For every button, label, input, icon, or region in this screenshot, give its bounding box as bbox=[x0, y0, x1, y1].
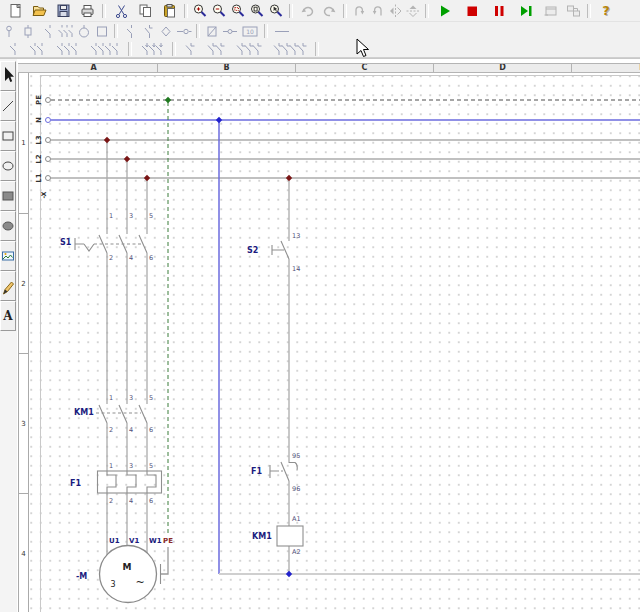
text-tool-button[interactable]: A bbox=[0, 301, 16, 331]
io-device-tool-button[interactable]: 10 bbox=[239, 22, 261, 40]
no-contact-2p-button[interactable] bbox=[23, 40, 50, 58]
contact-group-tool-button[interactable] bbox=[57, 22, 75, 40]
f1-terminal: 2 bbox=[109, 497, 113, 505]
l1-rail-label: L1 bbox=[35, 173, 43, 182]
nc-contact-2p-button[interactable] bbox=[201, 40, 230, 58]
run-button[interactable] bbox=[432, 2, 459, 20]
zoom-sheet-button[interactable] bbox=[248, 2, 267, 20]
zoom-in-button[interactable] bbox=[191, 2, 210, 20]
power-rails[interactable]: PE N L3 L2 L1 -X bbox=[35, 95, 640, 199]
power-branch-wires[interactable] bbox=[107, 140, 147, 471]
contact-group-3p-button[interactable] bbox=[135, 40, 169, 58]
component-km1-contacts[interactable]: KM1 1 3 5 2 4 6 bbox=[74, 394, 153, 434]
toolbar-separator bbox=[102, 4, 106, 18]
pe-junction bbox=[165, 97, 171, 103]
row-header-1: 1 bbox=[19, 73, 28, 214]
f1-terminal: 1 bbox=[109, 462, 113, 470]
component-s2-button[interactable]: S2 13 14 bbox=[247, 232, 300, 273]
rectangle-tool-button[interactable] bbox=[0, 121, 16, 151]
f1-nc-tag: F1 bbox=[251, 467, 262, 476]
cut-button[interactable] bbox=[109, 2, 133, 20]
open-button[interactable] bbox=[27, 2, 51, 20]
motor-terminal-w1: W1 bbox=[149, 537, 162, 545]
wires[interactable] bbox=[107, 140, 289, 574]
component-km1-coil[interactable]: KM1 A1 A2 bbox=[252, 515, 303, 556]
motor-terminal-v1: V1 bbox=[129, 537, 139, 545]
f1-nc-terminal: 95 bbox=[292, 452, 300, 460]
f1-nc-hook bbox=[289, 463, 297, 471]
nc-contact-1p-button[interactable] bbox=[179, 40, 201, 58]
rotate-left-button[interactable] bbox=[350, 2, 368, 20]
undo-button[interactable] bbox=[296, 2, 318, 20]
probe-tool-button[interactable] bbox=[3, 22, 21, 40]
motor-tool-button[interactable] bbox=[75, 22, 93, 40]
f1-overload-tag: F1 bbox=[70, 479, 81, 488]
line-tool-button[interactable] bbox=[0, 91, 16, 121]
pe-motor-wire[interactable] bbox=[161, 547, 168, 574]
component-f1-overload[interactable]: F1 1 3 5 2 4 6 bbox=[70, 462, 162, 505]
km1-contacts-tag: KM1 bbox=[74, 408, 94, 417]
new-button[interactable] bbox=[3, 2, 27, 20]
neutral-junction bbox=[216, 117, 222, 123]
ellipse-tool-button[interactable] bbox=[0, 151, 16, 181]
no-contact-1p-button[interactable] bbox=[3, 40, 23, 58]
component-box-tool-button[interactable] bbox=[93, 22, 111, 40]
control-tap-junction bbox=[286, 175, 292, 181]
sim-panel-button[interactable] bbox=[562, 2, 584, 20]
motor-terminal-u1: U1 bbox=[109, 537, 120, 545]
redo-button[interactable] bbox=[318, 2, 340, 20]
s2-terminal: 13 bbox=[292, 232, 300, 240]
filled-rectangle-tool-button[interactable] bbox=[0, 181, 16, 211]
s1-actuator bbox=[75, 238, 94, 251]
flip-horizontal-button[interactable] bbox=[404, 2, 422, 20]
help-button[interactable]: ? bbox=[594, 2, 618, 20]
zoom-out-button[interactable] bbox=[210, 2, 229, 20]
nc-contact-3p-button[interactable] bbox=[230, 40, 267, 58]
sim-window-button[interactable] bbox=[540, 2, 562, 20]
nc-contact-4p-button[interactable] bbox=[267, 40, 312, 58]
row-header-2: 2 bbox=[19, 214, 28, 354]
l2-rail-label: L2 bbox=[35, 154, 43, 163]
f1-terminal: 5 bbox=[149, 462, 153, 470]
component-f1-nc-contact[interactable]: F1 95 96 bbox=[251, 452, 300, 493]
toolbar-separator bbox=[289, 4, 293, 18]
line-tool-button[interactable] bbox=[271, 22, 293, 40]
node-tool-button[interactable] bbox=[157, 22, 175, 40]
step-button[interactable] bbox=[513, 2, 540, 20]
no-contact-3p-button[interactable] bbox=[50, 40, 84, 58]
s1-tag: S1 bbox=[60, 238, 72, 247]
toolbar-separator bbox=[196, 24, 200, 38]
zoom-window-button[interactable] bbox=[229, 2, 248, 20]
component-motor[interactable]: M 3 ~ -M U1 V1 W1 PE bbox=[76, 537, 173, 603]
pause-button[interactable] bbox=[486, 2, 513, 20]
schematic-drawing: PE N L3 L2 L1 -X bbox=[30, 73, 640, 612]
relay-box-tool-button[interactable] bbox=[203, 22, 221, 40]
terminal-tool-button[interactable] bbox=[221, 22, 239, 40]
connector-tool-button[interactable] bbox=[175, 22, 193, 40]
schematic-canvas[interactable]: PE N L3 L2 L1 -X bbox=[30, 73, 640, 612]
rotate-right-button[interactable] bbox=[368, 2, 386, 20]
paste-button[interactable] bbox=[157, 2, 181, 20]
toolbar-separator bbox=[343, 4, 347, 18]
s2-terminal: 14 bbox=[292, 265, 300, 273]
zoom-pointer-button[interactable] bbox=[267, 2, 286, 20]
s1-terminal: 6 bbox=[149, 254, 153, 262]
neutral-rail-origin bbox=[46, 118, 51, 123]
coil-tool-button[interactable] bbox=[21, 22, 39, 40]
pencil-tool-button[interactable] bbox=[0, 271, 16, 301]
copy-button[interactable] bbox=[133, 2, 157, 20]
break-contact-tool-button[interactable] bbox=[139, 22, 157, 40]
select-tool-button[interactable] bbox=[0, 61, 16, 91]
save-button[interactable] bbox=[51, 2, 75, 20]
contact-tool-button[interactable] bbox=[39, 22, 57, 40]
motor-letter: M bbox=[123, 562, 132, 572]
flip-vertical-button[interactable] bbox=[386, 2, 404, 20]
no-contact-4p-button[interactable] bbox=[84, 40, 125, 58]
make-contact-tool-button[interactable] bbox=[121, 22, 139, 40]
print-button[interactable] bbox=[75, 2, 99, 20]
stop-button[interactable] bbox=[459, 2, 486, 20]
filled-ellipse-tool-button[interactable] bbox=[0, 211, 16, 241]
image-tool-button[interactable] bbox=[0, 241, 16, 271]
main-toolbar: ? bbox=[0, 0, 640, 22]
drawing-workspace: A A B C D E 1 2 3 4 bbox=[0, 58, 640, 612]
